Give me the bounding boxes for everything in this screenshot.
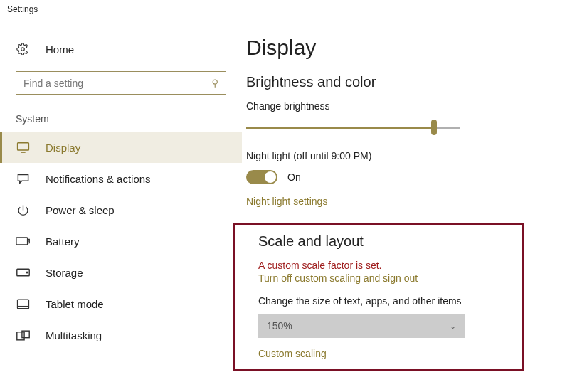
svg-rect-5 (28, 240, 30, 243)
home-button[interactable]: Home (0, 40, 242, 58)
scale-warning: A custom scale factor is set. (258, 260, 512, 271)
turn-off-scaling-link[interactable]: Turn off custom scaling and sign out (258, 272, 512, 284)
sidebar-item-tablet[interactable]: Tablet mode (0, 288, 242, 319)
window-title: Settings (0, 0, 577, 18)
slider-thumb[interactable] (431, 120, 437, 135)
svg-rect-1 (17, 143, 28, 150)
night-light-settings-link[interactable]: Night light settings (246, 196, 577, 207)
toggle-knob (265, 171, 276, 183)
custom-scaling-link[interactable]: Custom scaling (258, 348, 512, 359)
main-panel: Display Brightness and color Change brig… (242, 18, 577, 351)
scale-highlight-box: Scale and layout A custom scale factor i… (233, 223, 524, 371)
message-icon (16, 172, 30, 185)
section-heading: Brightness and color (246, 74, 577, 90)
sidebar-item-display[interactable]: Display (0, 132, 242, 163)
night-light-toggle[interactable] (246, 170, 277, 184)
slider-fill (246, 127, 434, 129)
svg-rect-8 (17, 300, 28, 309)
dropdown-value: 150% (267, 320, 292, 332)
search-field[interactable] (23, 78, 211, 89)
sidebar-group-label: System (0, 113, 242, 132)
sidebar-item-multitasking[interactable]: Multitasking (0, 319, 242, 351)
svg-point-0 (21, 48, 25, 51)
sidebar-item-label: Power & sleep (46, 204, 115, 216)
scale-dropdown[interactable]: 150% ⌄ (258, 314, 465, 338)
svg-rect-10 (16, 332, 23, 339)
chevron-down-icon: ⌄ (450, 322, 456, 331)
sidebar-item-battery[interactable]: Battery (0, 226, 242, 257)
page-title: Display (246, 36, 577, 60)
section-heading: Scale and layout (258, 233, 512, 250)
gear-icon (16, 43, 30, 55)
sidebar-item-label: Notifications & actions (46, 173, 151, 185)
brightness-section: Brightness and color Change brightness N… (246, 74, 577, 207)
power-icon (16, 203, 30, 216)
tablet-icon (16, 297, 30, 310)
scale-dropdown-label: Change the size of text, apps, and other… (258, 295, 512, 307)
sidebar-item-label: Display (46, 142, 80, 154)
home-label: Home (46, 43, 74, 55)
sidebar-item-power[interactable]: Power & sleep (0, 194, 242, 226)
brightness-label: Change brightness (246, 100, 577, 112)
sidebar-item-label: Storage (46, 267, 83, 279)
toggle-state-label: On (287, 171, 301, 183)
storage-icon (16, 266, 30, 279)
svg-point-7 (26, 272, 28, 273)
search-icon: ⚲ (211, 78, 218, 88)
sidebar-item-notifications[interactable]: Notifications & actions (0, 163, 242, 194)
sidebar-item-storage[interactable]: Storage (0, 257, 242, 288)
sidebar: Home ⚲ System Display Notifications & ac… (0, 18, 242, 351)
sidebar-item-label: Battery (46, 235, 80, 248)
sidebar-item-label: Tablet mode (46, 298, 104, 310)
multitask-icon (16, 329, 30, 341)
night-light-label: Night light (off until 9:00 PM) (246, 150, 577, 161)
search-input[interactable]: ⚲ (16, 71, 226, 95)
svg-rect-4 (16, 238, 28, 245)
monitor-icon (16, 141, 30, 154)
battery-icon (16, 235, 30, 248)
sidebar-item-label: Multitasking (46, 329, 102, 341)
brightness-slider[interactable] (246, 120, 460, 134)
